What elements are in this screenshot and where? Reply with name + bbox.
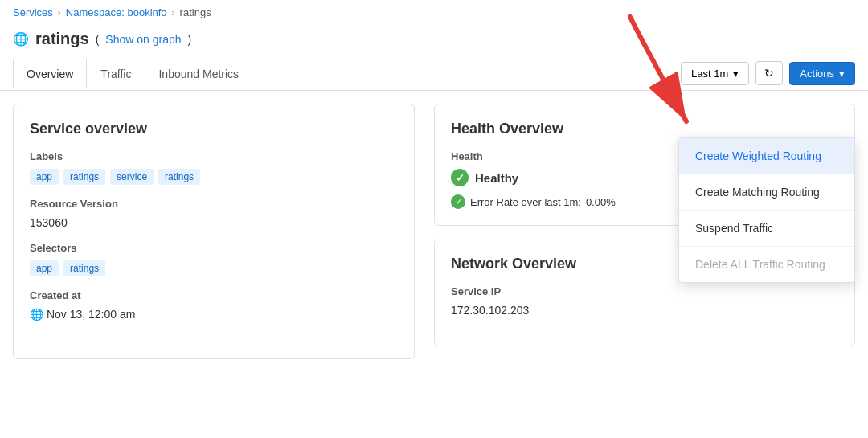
healthy-icon: ✓	[451, 169, 469, 186]
error-rate-label: Error Rate over last 1m:	[470, 196, 581, 208]
service-ip-label: Service IP	[451, 285, 838, 297]
refresh-icon: ↻	[764, 67, 774, 80]
tag-ratings-2: ratings	[158, 169, 200, 185]
dropdown-item-delete-routing: Delete ALL Traffic Routing	[679, 247, 854, 282]
service-overview-title: Service overview	[30, 121, 398, 137]
breadcrumb: Services › Namespace: bookinfo › ratings	[0, 0, 868, 25]
tag-ratings-1: ratings	[63, 169, 105, 185]
page-title: ratings	[35, 30, 89, 48]
labels-tags-row: app ratings service ratings	[30, 169, 398, 185]
dropdown-item-weighted-routing[interactable]: Create Weighted Routing	[679, 138, 854, 174]
page-title-row: 🌐 ratings ( Show on graph )	[0, 25, 868, 56]
tag-service: service	[110, 169, 154, 185]
title-paren-close: )	[188, 33, 192, 46]
created-at-value: 🌐 Nov 13, 12:00 am	[30, 308, 398, 321]
tab-traffic[interactable]: Traffic	[87, 59, 145, 88]
show-on-graph-link[interactable]: Show on graph	[105, 33, 181, 46]
dropdown-item-suspend-traffic[interactable]: Suspend Traffic	[679, 211, 854, 247]
actions-dropdown-menu: Create Weighted Routing Create Matching …	[678, 137, 855, 283]
breadcrumb-services-link[interactable]: Services	[13, 6, 53, 18]
resource-version-value: 153060	[30, 216, 398, 229]
title-paren-open: (	[96, 33, 100, 46]
selectors-header: Selectors	[30, 242, 398, 254]
tab-bar: Overview Traffic Inbound Metrics	[13, 59, 252, 88]
resource-version-header: Resource Version	[30, 198, 398, 210]
tab-overview[interactable]: Overview	[13, 59, 87, 88]
globe-icon: 🌐	[13, 31, 29, 47]
error-rate-value: 0.00%	[586, 196, 616, 208]
selector-tag-ratings: ratings	[63, 260, 105, 276]
selectors-tags-row: app ratings	[30, 260, 398, 276]
service-ip-value: 172.30.102.203	[451, 304, 838, 317]
created-at-header: Created at	[30, 289, 398, 301]
actions-chevron-icon: ▾	[839, 68, 845, 80]
created-at-text: Nov 13, 12:00 am	[47, 308, 136, 321]
tabs-toolbar-row: Overview Traffic Inbound Metrics Last 1m…	[0, 56, 868, 91]
health-status-text: Healthy	[475, 171, 518, 185]
globe-created-icon: 🌐	[30, 308, 43, 321]
toolbar: Last 1m ▾ ↻ Actions ▾	[681, 56, 855, 90]
actions-label: Actions	[800, 68, 834, 80]
breadcrumb-namespace-link[interactable]: Namespace: bookinfo	[66, 6, 167, 18]
tab-inbound-metrics[interactable]: Inbound Metrics	[145, 59, 252, 88]
health-overview-title: Health Overview	[451, 121, 838, 137]
breadcrumb-sep-1: ›	[58, 7, 61, 18]
last-1m-label: Last 1m	[691, 68, 728, 80]
selector-tag-app: app	[30, 260, 59, 276]
refresh-button[interactable]: ↻	[755, 61, 783, 85]
tag-app: app	[30, 169, 59, 185]
labels-section-header: Labels	[30, 150, 398, 162]
error-rate-icon: ✓	[451, 194, 465, 209]
actions-button[interactable]: Actions ▾	[789, 62, 855, 85]
breadcrumb-sep-2: ›	[172, 7, 175, 18]
breadcrumb-current: ratings	[180, 6, 211, 18]
last-1m-button[interactable]: Last 1m ▾	[681, 62, 749, 85]
service-overview-panel: Service overview Labels app ratings serv…	[13, 104, 415, 359]
main-content: Service overview Labels app ratings serv…	[0, 91, 868, 372]
chevron-down-icon: ▾	[733, 68, 739, 80]
actions-dropdown: Create Weighted Routing Create Matching …	[678, 137, 855, 283]
dropdown-item-matching-routing[interactable]: Create Matching Routing	[679, 174, 854, 211]
